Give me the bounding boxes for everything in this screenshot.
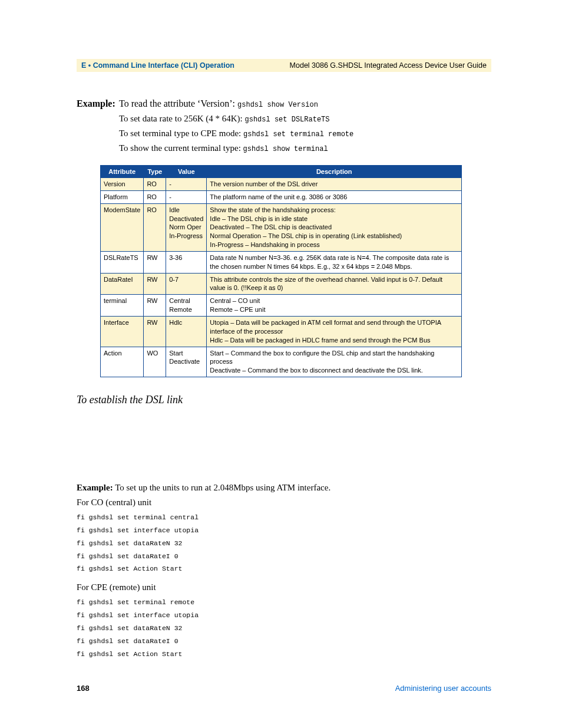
table-cell: WO (144, 347, 166, 377)
table-row: DSLRateTSRW3-36Data rate N number N=3-36… (101, 251, 462, 273)
command-line: fi gshdsl set interface utopia (77, 524, 491, 537)
table-cell: Idle Deactivated Norm Oper In-Progress (166, 203, 207, 251)
command-line: fi gshdsl set dataRateN 32 (77, 537, 491, 550)
page-number: 168 (77, 684, 90, 693)
table-cell: RW (144, 316, 166, 347)
section-heading: To establish the DSL link (77, 394, 491, 406)
command-line: fi gshdsl set dataRateN 32 (77, 622, 491, 635)
command-line: fi gshdsl set dataRateI 0 (77, 550, 491, 563)
table-cell: RW (144, 295, 166, 317)
page-header: E • Command Line Interface (CLI) Operati… (77, 59, 491, 72)
example-row-3: To show the current terminal type: gshds… (119, 143, 491, 153)
cpe-heading: For CPE (remote) unit (77, 582, 491, 592)
table-cell: ModemState (101, 203, 144, 251)
footer-link[interactable]: Administering user accounts (395, 684, 491, 693)
header-doc-title: Model 3086 G.SHDSL Integrated Access Dev… (290, 61, 487, 70)
command-line: fi gshdsl set dataRateI 0 (77, 635, 491, 648)
table-cell: Platform (101, 190, 144, 203)
table-cell: Central – CO unit Remote – CPE unit (207, 295, 462, 317)
table-row: ActionWOStart DeactivateStart – Command … (101, 347, 462, 377)
example-desc-1: To set data rate to 256K (4 * 64K): (119, 114, 244, 123)
table-cell: Start Deactivate (166, 347, 207, 377)
table-cell: RO (144, 203, 166, 251)
example-desc-2: To set terminal type to CPE mode: (119, 129, 243, 138)
table-cell: - (166, 190, 207, 203)
table-cell: DataRateI (101, 273, 144, 295)
th-attribute: Attribute (101, 166, 144, 178)
header-section-title: E • Command Line Interface (CLI) Operati… (81, 61, 234, 70)
table-cell: 0-7 (166, 273, 207, 295)
table-row: ModemStateROIdle Deactivated Norm Oper I… (101, 203, 462, 251)
table-cell: Interface (101, 316, 144, 347)
example-row-1: To set data rate to 256K (4 * 64K): gshd… (119, 114, 491, 124)
table-cell: Version (101, 178, 144, 191)
command-line: fi gshdsl set terminal remote (77, 596, 491, 609)
example2-text: To set up the units to run at 2.048Mbps … (115, 483, 330, 492)
table-row: DataRateIRW0-7This attribute controls th… (101, 273, 462, 295)
table-row: terminalRWCentral RemoteCentral – CO uni… (101, 295, 462, 317)
table-cell: terminal (101, 295, 144, 317)
example-cmd-0: gshdsl show Version (237, 101, 318, 109)
example-cmd-3: gshdsl show terminal (243, 145, 328, 153)
example2-line: Example: To set up the units to run at 2… (77, 483, 491, 493)
table-cell: Show the state of the handshaking proces… (207, 203, 462, 251)
table-cell: Data rate N number N=3-36. e.g. 256K dat… (207, 251, 462, 273)
table-cell: RO (144, 178, 166, 191)
example-row-0: Example: To read the attribute ‘Version’… (77, 98, 491, 109)
th-value: Value (166, 166, 207, 178)
command-line: fi gshdsl set Action Start (77, 648, 491, 661)
table-cell: Hdlc (166, 316, 207, 347)
cpe-command-list: fi gshdsl set terminal remotefi gshdsl s… (77, 596, 491, 660)
table-cell: Utopia – Data will be packaged in ATM ce… (207, 316, 462, 347)
example-text-0: To read the attribute ‘Version’: gshdsl … (119, 98, 491, 109)
table-row: VersionRO-The version number of the DSL … (101, 178, 462, 191)
example-desc-0: To read the attribute ‘Version’: (119, 98, 237, 108)
attribute-table: Attribute Type Value Description Version… (100, 165, 462, 377)
table-cell: The platform name of the unit e.g. 3086 … (207, 190, 462, 203)
table-row: InterfaceRWHdlcUtopia – Data will be pac… (101, 316, 462, 347)
th-description: Description (207, 166, 462, 178)
table-cell: RW (144, 273, 166, 295)
table-cell: 3-36 (166, 251, 207, 273)
example-row-2: To set terminal type to CPE mode: gshdsl… (119, 129, 491, 139)
table-header-row: Attribute Type Value Description (101, 166, 462, 178)
example-cmd-1: gshdsl set DSLRateTS (244, 116, 329, 124)
co-command-list: fi gshdsl set terminal centralfi gshdsl … (77, 511, 491, 575)
table-row: PlatformRO-The platform name of the unit… (101, 190, 462, 203)
command-line: fi gshdsl set Action Start (77, 562, 491, 575)
table-cell: RW (144, 251, 166, 273)
table-cell: Central Remote (166, 295, 207, 317)
example-desc-3: To show the current terminal type: (119, 143, 243, 153)
table-cell: The version number of the DSL driver (207, 178, 462, 191)
example-cmd-2: gshdsl set terminal remote (243, 130, 353, 139)
table-cell: Start – Command the box to configure the… (207, 347, 462, 377)
table-cell: RO (144, 190, 166, 203)
command-line: fi gshdsl set terminal central (77, 511, 491, 524)
example2-label: Example: (77, 483, 113, 492)
page-footer: 168 Administering user accounts (77, 684, 491, 693)
table-cell: - (166, 178, 207, 191)
th-type: Type (144, 166, 166, 178)
co-heading: For CO (central) unit (77, 498, 491, 508)
table-cell: Action (101, 347, 144, 377)
example-label: Example: (77, 98, 119, 109)
table-cell: DSLRateTS (101, 251, 144, 273)
table-cell: This attribute controls the size of the … (207, 273, 462, 295)
command-line: fi gshdsl set interface utopia (77, 609, 491, 622)
